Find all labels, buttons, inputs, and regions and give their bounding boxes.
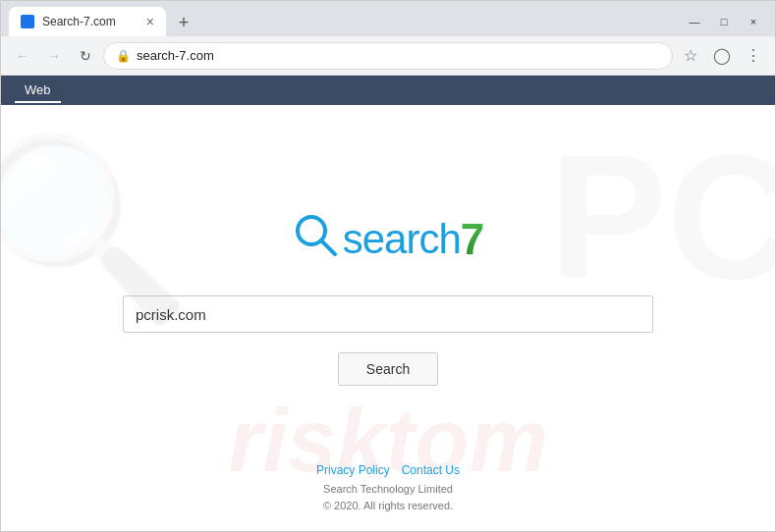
back-button[interactable]: ← [9, 42, 36, 70]
maximize-button[interactable]: □ [710, 11, 738, 32]
window-controls: — □ × [681, 11, 767, 36]
close-button[interactable]: × [740, 11, 767, 32]
address-bar-row: ← → ↻ 🔒 search-7.com ☆ ◯ ⋮ [1, 36, 775, 76]
menu-icon[interactable]: ⋮ [740, 42, 767, 70]
minimize-button[interactable]: — [681, 11, 708, 32]
svg-line-1 [322, 241, 335, 254]
browser-right-icons: ☆ ◯ ⋮ [677, 42, 767, 70]
logo-text: search [343, 216, 461, 263]
account-icon[interactable]: ◯ [708, 42, 736, 70]
footer: Privacy Policy Contact Us Search Technol… [316, 463, 460, 515]
contact-us-link[interactable]: Contact Us [402, 463, 460, 477]
web-nav-bar: Web [1, 76, 775, 105]
bookmark-icon[interactable]: ☆ [677, 42, 704, 70]
footer-links: Privacy Policy Contact Us [316, 463, 460, 477]
watermark-pc: PC [549, 115, 775, 318]
watermark-magnifier: 🔍 [1, 125, 193, 333]
forward-button[interactable]: → [40, 42, 68, 70]
reload-button[interactable]: ↻ [72, 42, 99, 70]
tab-title: Search-7.com [42, 15, 116, 28]
address-box[interactable]: 🔒 search-7.com [103, 42, 673, 70]
logo-number: 7 [461, 215, 484, 264]
address-text: search-7.com [137, 48, 660, 63]
new-tab-button[interactable]: + [170, 9, 197, 36]
tab-favicon [21, 15, 34, 28]
page-content: 🔍 PC risktom search7 Search Privacy Poli… [1, 105, 775, 531]
browser-frame: Search-7.com × + — □ × ← → ↻ 🔒 search-7.… [0, 0, 776, 532]
search-button[interactable]: Search [338, 352, 438, 386]
title-bar: Search-7.com × + — □ × [1, 1, 775, 36]
active-tab[interactable]: Search-7.com × [9, 7, 166, 36]
logo-area: search7 [292, 211, 485, 268]
tab-close-button[interactable]: × [146, 15, 154, 28]
lock-icon: 🔒 [116, 49, 131, 63]
web-nav-item-web[interactable]: Web [15, 79, 61, 103]
privacy-policy-link[interactable]: Privacy Policy [316, 463, 390, 477]
logo-magnifier-icon [292, 211, 339, 268]
footer-company: Search Technology Limited © 2020. All ri… [316, 481, 460, 515]
